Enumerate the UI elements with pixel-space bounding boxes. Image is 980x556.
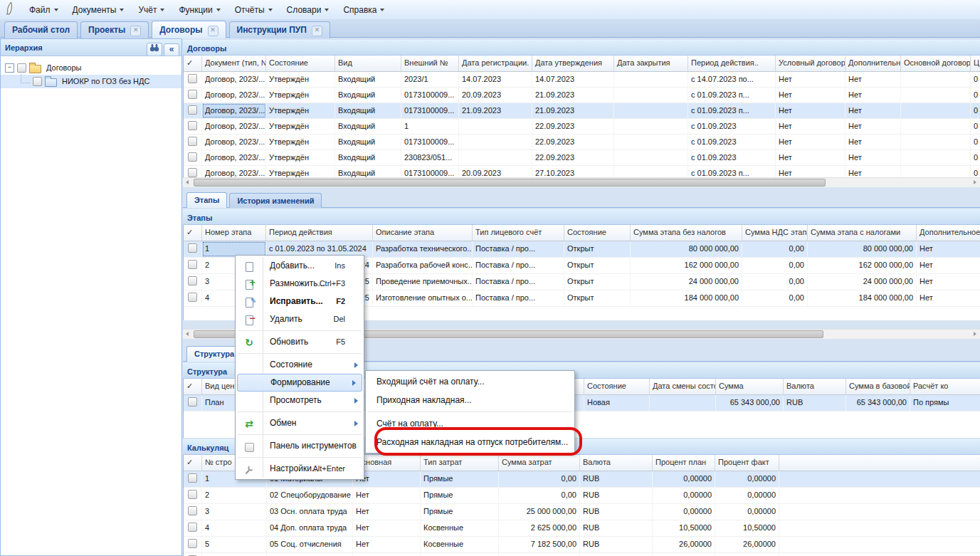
column-header[interactable]: Валюта: [784, 379, 846, 394]
row-checkbox[interactable]: [188, 74, 197, 83]
submenu-item-expense-note-consumers[interactable]: Расходная накладная на отпуск потребител…: [366, 433, 574, 451]
column-header[interactable]: Сумма НДС этапа: [742, 225, 808, 241]
column-header[interactable]: Расчёт ко: [910, 379, 980, 394]
table-row[interactable]: Договор, 2023/...УтверждёнВходящий122.09…: [184, 119, 980, 135]
column-header[interactable]: Документ (тип, №: [202, 56, 266, 71]
close-tab-icon[interactable]: ✕: [312, 26, 322, 36]
tree-item[interactable]: НИОКР по ГОЗ без НДС: [1, 75, 181, 88]
row-checkbox[interactable]: [188, 276, 197, 285]
table-row[interactable]: 505 Соц. отчисленияНетКосвенные7 182 500…: [184, 537, 980, 553]
row-checkbox[interactable]: [188, 168, 197, 177]
column-header[interactable]: Состояние: [564, 225, 631, 241]
row-checkbox[interactable]: [188, 397, 197, 406]
menu-item-toolbar-panel[interactable]: Панель инструментов: [236, 437, 364, 455]
collapse-left-icon[interactable]: «: [164, 43, 179, 56]
column-header[interactable]: Сумма в базовой в: [846, 379, 910, 394]
menu-item-state[interactable]: Состояние: [236, 356, 364, 374]
contracts-horizontal-scrollbar[interactable]: [183, 177, 980, 187]
tab-projects[interactable]: Проекты✕: [80, 21, 149, 38]
menu-item-generate[interactable]: Формирование: [237, 374, 362, 392]
table-row[interactable]: 202 СпецоборудованиеНетПрямые0,00RUB0,00…: [184, 488, 980, 504]
checkbox[interactable]: [17, 63, 26, 73]
menu-item-duplicate[interactable]: Размножить...Ctrl+F3: [236, 275, 364, 293]
column-header[interactable]: Состояние: [584, 379, 650, 394]
column-header[interactable]: Сумма затрат: [499, 455, 580, 471]
menubar-item-accounting[interactable]: Учёт: [131, 2, 172, 18]
column-header[interactable]: Дополнительное с: [917, 225, 980, 241]
table-row[interactable]: Договор, 2023/...УтверждёнВходящий017310…: [184, 88, 980, 103]
column-header[interactable]: Сумма этапа без налогов: [631, 225, 742, 241]
binoculars-icon[interactable]: [147, 43, 162, 56]
table-row[interactable]: Договор, 2023/...УтверждёнВходящий017310…: [184, 166, 980, 177]
column-header[interactable]: Тип затрат: [421, 455, 499, 471]
row-checkbox[interactable]: [188, 523, 197, 532]
menubar-item-help[interactable]: Справка: [336, 2, 391, 18]
menu-item-exchange[interactable]: ⇄Обмен: [236, 414, 364, 432]
column-header[interactable]: Дата закрытия: [614, 56, 688, 71]
menu-item-view[interactable]: Просмотреть: [236, 392, 364, 409]
submenu-item-payment-invoice[interactable]: Счёт на оплату...: [366, 414, 574, 433]
submenu-item-receipt-note[interactable]: Приходная накладная...: [366, 391, 574, 409]
column-header[interactable]: Внешний №: [401, 56, 459, 71]
column-header[interactable]: ✓: [184, 455, 202, 471]
table-row[interactable]: Договор, 2023/...УтверждёнВходящий017310…: [184, 103, 980, 119]
submenu-item-incoming-payment-invoice[interactable]: Входящий счёт на оплату...: [366, 372, 574, 391]
table-row[interactable]: Договор, 2023/...УтверждёнВходящий230823…: [184, 150, 980, 166]
row-checkbox[interactable]: [188, 506, 197, 515]
scroll-left-button[interactable]: [183, 330, 192, 339]
menu-item-delete[interactable]: УдалитьDel: [236, 310, 364, 328]
tab-contracts[interactable]: Договоры✕: [152, 21, 226, 38]
tab-etapy[interactable]: Этапы: [186, 192, 227, 208]
menu-item-settings[interactable]: Настройки...Alt+Enter: [236, 460, 364, 478]
table-row[interactable]: 303 Осн. оплата трудаНетПрямые25 000 000…: [184, 504, 980, 520]
close-tab-icon[interactable]: ✕: [130, 26, 141, 36]
row-checkbox[interactable]: [188, 539, 197, 548]
menubar-item-dictionaries[interactable]: Словари: [280, 2, 337, 18]
column-header[interactable]: Процент план: [653, 455, 715, 471]
column-header[interactable]: Дата регистрации.: [459, 56, 532, 71]
column-header[interactable]: Период действия..: [688, 56, 776, 71]
scroll-right-button[interactable]: [971, 178, 980, 187]
column-header[interactable]: Валюта: [580, 455, 653, 471]
column-header[interactable]: Вид: [335, 56, 401, 71]
expand-collapse-icon[interactable]: −: [5, 63, 14, 73]
row-checkbox[interactable]: [188, 137, 197, 146]
scroll-right-button[interactable]: [971, 330, 980, 339]
column-header[interactable]: Сумма: [716, 379, 784, 394]
tab-desktop[interactable]: Рабочий стол: [4, 21, 78, 38]
scroll-thumb[interactable]: [194, 179, 826, 187]
row-checkbox[interactable]: [188, 243, 197, 253]
column-header[interactable]: Ц: [971, 56, 980, 71]
menu-item-add[interactable]: Добавить...Ins: [236, 257, 364, 275]
checkbox[interactable]: [33, 77, 42, 86]
tree-item[interactable]: −Договоры: [1, 61, 181, 75]
column-header[interactable]: Условный договор: [776, 56, 845, 71]
column-header[interactable]: Период действия: [266, 225, 373, 241]
column-header[interactable]: Состояние: [266, 56, 335, 71]
column-header[interactable]: Тип лицевого счёт: [473, 225, 564, 241]
menubar-item-documents[interactable]: Документы: [65, 2, 132, 18]
menubar-item-file[interactable]: Файл: [22, 2, 65, 18]
column-header[interactable]: Номер этапа: [202, 225, 266, 241]
close-tab-icon[interactable]: ✕: [208, 26, 218, 36]
tab-pup-instructions[interactable]: Инструкции ПУП✕: [229, 21, 330, 38]
row-checkbox[interactable]: [188, 490, 197, 499]
table-row[interactable]: 404 Доп. оплата трудаНетКосвенные2 625 0…: [184, 520, 980, 537]
column-header[interactable]: Описание этапа: [373, 225, 473, 241]
menubar-item-functions[interactable]: Функции: [172, 2, 227, 18]
row-checkbox[interactable]: [188, 260, 197, 269]
row-checkbox[interactable]: [188, 121, 197, 130]
column-header[interactable]: Дополнительное с: [845, 56, 901, 71]
column-header[interactable]: ✓: [184, 56, 202, 71]
column-header[interactable]: Дата смены состоя: [650, 379, 716, 394]
row-checkbox[interactable]: [188, 90, 197, 99]
row-checkbox[interactable]: [188, 473, 197, 483]
column-header[interactable]: Основной договор: [901, 56, 971, 71]
tab-structura[interactable]: Структура: [186, 346, 242, 362]
column-header[interactable]: Сумма этапа с налогами: [808, 225, 917, 241]
row-checkbox[interactable]: [188, 152, 197, 162]
scroll-left-button[interactable]: [183, 178, 192, 187]
column-header[interactable]: Дата утверждения: [532, 56, 614, 71]
tab-history[interactable]: История изменений: [229, 193, 322, 208]
column-header[interactable]: Процент факт: [715, 455, 779, 471]
